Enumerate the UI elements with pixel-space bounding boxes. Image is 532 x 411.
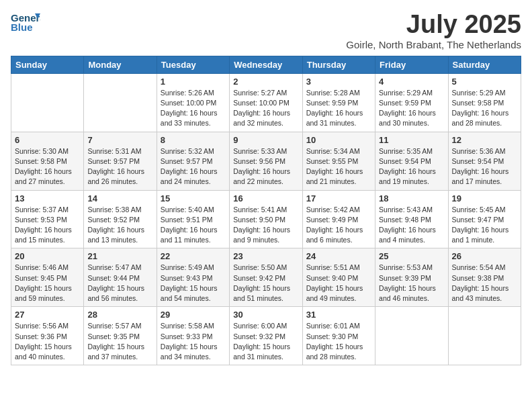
- calendar-cell: 3Sunrise: 5:28 AM Sunset: 9:59 PM Daylig…: [302, 73, 375, 132]
- day-number: 3: [306, 77, 371, 87]
- day-number: 23: [233, 251, 298, 261]
- calendar-cell: 9Sunrise: 5:33 AM Sunset: 9:56 PM Daylig…: [230, 132, 302, 190]
- day-info: Sunrise: 5:43 AM Sunset: 9:48 PM Dayligh…: [379, 205, 444, 246]
- calendar-cell: 2Sunrise: 5:27 AM Sunset: 10:00 PM Dayli…: [230, 73, 302, 132]
- day-info: Sunrise: 5:32 AM Sunset: 9:57 PM Dayligh…: [161, 146, 226, 187]
- calendar-cell: 7Sunrise: 5:31 AM Sunset: 9:57 PM Daylig…: [84, 132, 157, 190]
- day-number: 15: [161, 193, 226, 203]
- weekday-header-wednesday: Wednesday: [230, 56, 302, 73]
- day-info: Sunrise: 5:27 AM Sunset: 10:00 PM Daylig…: [233, 88, 298, 129]
- calendar-cell: 17Sunrise: 5:42 AM Sunset: 9:49 PM Dayli…: [302, 190, 375, 248]
- day-info: Sunrise: 5:58 AM Sunset: 9:33 PM Dayligh…: [161, 321, 226, 362]
- weekday-header-monday: Monday: [84, 56, 157, 73]
- day-info: Sunrise: 5:28 AM Sunset: 9:59 PM Dayligh…: [306, 88, 371, 129]
- weekday-header-sunday: Sunday: [11, 56, 84, 73]
- day-info: Sunrise: 5:47 AM Sunset: 9:44 PM Dayligh…: [87, 263, 152, 304]
- calendar-cell: 20Sunrise: 5:46 AM Sunset: 9:45 PM Dayli…: [11, 248, 84, 307]
- calendar-cell: [448, 307, 521, 365]
- day-number: 10: [306, 135, 371, 145]
- day-number: 4: [379, 77, 444, 87]
- calendar-cell: 28Sunrise: 5:57 AM Sunset: 9:35 PM Dayli…: [84, 307, 157, 365]
- calendar-cell: [375, 307, 448, 365]
- calendar-table: SundayMondayTuesdayWednesdayThursdayFrid…: [11, 56, 521, 365]
- day-number: 14: [87, 193, 152, 203]
- day-number: 25: [379, 251, 444, 261]
- title-section: July 2025 Goirle, North Brabant, The Net…: [346, 11, 521, 50]
- day-info: Sunrise: 5:31 AM Sunset: 9:57 PM Dayligh…: [87, 146, 152, 187]
- weekday-header-saturday: Saturday: [448, 56, 521, 73]
- weekday-header-row: SundayMondayTuesdayWednesdayThursdayFrid…: [11, 56, 521, 73]
- calendar-week-1: 1Sunrise: 5:26 AM Sunset: 10:00 PM Dayli…: [11, 73, 521, 132]
- day-number: 20: [15, 251, 80, 261]
- day-number: 27: [15, 310, 80, 320]
- day-number: 7: [87, 135, 152, 145]
- day-number: 6: [15, 135, 80, 145]
- day-info: Sunrise: 5:54 AM Sunset: 9:38 PM Dayligh…: [452, 263, 517, 304]
- calendar-cell: 11Sunrise: 5:35 AM Sunset: 9:54 PM Dayli…: [375, 132, 448, 190]
- day-info: Sunrise: 5:42 AM Sunset: 9:49 PM Dayligh…: [306, 205, 371, 246]
- day-number: 2: [233, 77, 298, 87]
- day-info: Sunrise: 5:49 AM Sunset: 9:43 PM Dayligh…: [161, 263, 226, 304]
- day-number: 5: [452, 77, 517, 87]
- day-info: Sunrise: 5:36 AM Sunset: 9:54 PM Dayligh…: [452, 146, 517, 187]
- calendar-cell: [11, 73, 84, 132]
- day-info: Sunrise: 6:00 AM Sunset: 9:32 PM Dayligh…: [233, 321, 298, 362]
- logo-icon: General Blue: [11, 11, 40, 35]
- calendar-week-4: 20Sunrise: 5:46 AM Sunset: 9:45 PM Dayli…: [11, 248, 521, 307]
- day-info: Sunrise: 5:29 AM Sunset: 9:59 PM Dayligh…: [379, 88, 444, 129]
- day-number: 31: [306, 310, 371, 320]
- day-info: Sunrise: 5:46 AM Sunset: 9:45 PM Dayligh…: [15, 263, 80, 304]
- day-number: 22: [161, 251, 226, 261]
- day-info: Sunrise: 5:45 AM Sunset: 9:47 PM Dayligh…: [452, 205, 517, 246]
- day-info: Sunrise: 5:38 AM Sunset: 9:52 PM Dayligh…: [87, 205, 152, 246]
- day-number: 26: [452, 251, 517, 261]
- calendar-cell: 8Sunrise: 5:32 AM Sunset: 9:57 PM Daylig…: [157, 132, 229, 190]
- day-number: 17: [306, 193, 371, 203]
- day-number: 28: [87, 310, 152, 320]
- calendar-cell: 12Sunrise: 5:36 AM Sunset: 9:54 PM Dayli…: [448, 132, 521, 190]
- calendar-cell: 30Sunrise: 6:00 AM Sunset: 9:32 PM Dayli…: [230, 307, 302, 365]
- calendar-cell: 21Sunrise: 5:47 AM Sunset: 9:44 PM Dayli…: [84, 248, 157, 307]
- day-number: 21: [87, 251, 152, 261]
- calendar-cell: 16Sunrise: 5:41 AM Sunset: 9:50 PM Dayli…: [230, 190, 302, 248]
- calendar-cell: [84, 73, 157, 132]
- day-info: Sunrise: 5:56 AM Sunset: 9:36 PM Dayligh…: [15, 321, 80, 362]
- calendar-week-3: 13Sunrise: 5:37 AM Sunset: 9:53 PM Dayli…: [11, 190, 521, 248]
- calendar-cell: 29Sunrise: 5:58 AM Sunset: 9:33 PM Dayli…: [157, 307, 229, 365]
- location-subtitle: Goirle, North Brabant, The Netherlands: [346, 39, 521, 50]
- month-title: July 2025: [346, 11, 521, 39]
- day-info: Sunrise: 5:30 AM Sunset: 9:58 PM Dayligh…: [15, 146, 80, 187]
- calendar-cell: 5Sunrise: 5:29 AM Sunset: 9:58 PM Daylig…: [448, 73, 521, 132]
- day-info: Sunrise: 5:29 AM Sunset: 9:58 PM Dayligh…: [452, 88, 517, 129]
- calendar-week-2: 6Sunrise: 5:30 AM Sunset: 9:58 PM Daylig…: [11, 132, 521, 190]
- day-number: 30: [233, 310, 298, 320]
- day-info: Sunrise: 5:35 AM Sunset: 9:54 PM Dayligh…: [379, 146, 444, 187]
- calendar-cell: 25Sunrise: 5:53 AM Sunset: 9:39 PM Dayli…: [375, 248, 448, 307]
- calendar-cell: 6Sunrise: 5:30 AM Sunset: 9:58 PM Daylig…: [11, 132, 84, 190]
- calendar-cell: 13Sunrise: 5:37 AM Sunset: 9:53 PM Dayli…: [11, 190, 84, 248]
- day-info: Sunrise: 5:37 AM Sunset: 9:53 PM Dayligh…: [15, 205, 80, 246]
- day-number: 13: [15, 193, 80, 203]
- day-info: Sunrise: 5:51 AM Sunset: 9:40 PM Dayligh…: [306, 263, 371, 304]
- day-info: Sunrise: 5:26 AM Sunset: 10:00 PM Daylig…: [161, 88, 226, 129]
- day-info: Sunrise: 5:33 AM Sunset: 9:56 PM Dayligh…: [233, 146, 298, 187]
- day-number: 8: [161, 135, 226, 145]
- day-info: Sunrise: 6:01 AM Sunset: 9:30 PM Dayligh…: [306, 321, 371, 362]
- calendar-cell: 10Sunrise: 5:34 AM Sunset: 9:55 PM Dayli…: [302, 132, 375, 190]
- calendar-cell: 14Sunrise: 5:38 AM Sunset: 9:52 PM Dayli…: [84, 190, 157, 248]
- day-number: 11: [379, 135, 444, 145]
- weekday-header-tuesday: Tuesday: [157, 56, 229, 73]
- calendar-cell: 1Sunrise: 5:26 AM Sunset: 10:00 PM Dayli…: [157, 73, 229, 132]
- calendar-cell: 23Sunrise: 5:50 AM Sunset: 9:42 PM Dayli…: [230, 248, 302, 307]
- logo: General Blue: [11, 11, 43, 35]
- calendar-cell: 4Sunrise: 5:29 AM Sunset: 9:59 PM Daylig…: [375, 73, 448, 132]
- calendar-cell: 26Sunrise: 5:54 AM Sunset: 9:38 PM Dayli…: [448, 248, 521, 307]
- day-info: Sunrise: 5:50 AM Sunset: 9:42 PM Dayligh…: [233, 263, 298, 304]
- weekday-header-thursday: Thursday: [302, 56, 375, 73]
- calendar-cell: 18Sunrise: 5:43 AM Sunset: 9:48 PM Dayli…: [375, 190, 448, 248]
- weekday-header-friday: Friday: [375, 56, 448, 73]
- calendar-week-5: 27Sunrise: 5:56 AM Sunset: 9:36 PM Dayli…: [11, 307, 521, 365]
- day-number: 24: [306, 251, 371, 261]
- svg-text:Blue: Blue: [11, 21, 33, 33]
- day-number: 29: [161, 310, 226, 320]
